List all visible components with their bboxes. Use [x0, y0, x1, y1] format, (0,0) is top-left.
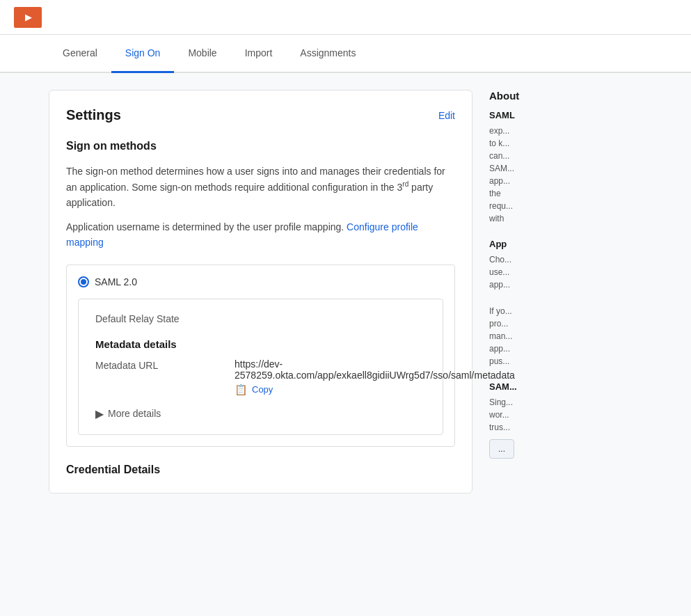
tab-sign-on[interactable]: Sign On [111, 35, 175, 73]
aside-saml-section: SAML exp...to k...can...SAM...app...ther… [489, 110, 642, 225]
tab-assignments[interactable]: Assignments [286, 35, 370, 73]
saml-inner-panel: Default Relay State Metadata details Met… [78, 299, 443, 435]
saml-radio-label: SAML 2.0 [95, 276, 137, 287]
logo-text: ▶ [25, 13, 31, 22]
settings-title: Settings [66, 107, 121, 123]
aside-saml2-section: SAM... Sing...wor...trus... ... [489, 381, 642, 459]
aside-app-title: App [489, 239, 642, 249]
aside-saml2-title: SAM... [489, 381, 642, 392]
saml-radio-button[interactable] [78, 276, 89, 287]
aside-if-section: If yo...pro...man...app...pus... [489, 305, 642, 368]
saml-section: SAML 2.0 Default Relay State Metadata de… [66, 264, 455, 447]
aside-app-section: App Cho...use...app... [489, 239, 642, 291]
default-relay-state-label: Default Relay State [95, 313, 426, 324]
main-panel: Settings Edit Sign on methods The sign-o… [49, 90, 472, 493]
sign-on-description-2: Application username is determined by th… [66, 219, 455, 251]
copy-icon: 📋 [235, 384, 248, 396]
edit-button[interactable]: Edit [438, 110, 455, 121]
aside-panel: About SAML exp...to k...can...SAM...app.… [489, 90, 642, 493]
aside-title: About [489, 90, 642, 102]
credential-details-title: Credential Details [66, 464, 455, 476]
more-details-label: More details [108, 408, 161, 419]
sign-on-description-1: The sign-on method determines how a user… [66, 164, 455, 211]
metadata-url-row: Metadata URL https://dev-2578259.okta.co… [95, 358, 426, 396]
more-details-chevron-icon: ▶ [95, 407, 104, 420]
tab-import[interactable]: Import [231, 35, 287, 73]
aside-saml-title: SAML [489, 110, 642, 120]
metadata-url-label: Metadata URL [95, 358, 235, 396]
tab-mobile[interactable]: Mobile [174, 35, 230, 73]
sign-on-methods-title: Sign on methods [66, 140, 455, 152]
aside-app-text: Cho...use...app... [489, 253, 642, 291]
top-navigation: ▶ [0, 0, 691, 35]
settings-header: Settings Edit [66, 107, 455, 123]
aside-action-button[interactable]: ... [489, 439, 514, 459]
metadata-section: Metadata details Metadata URL https://de… [95, 338, 426, 396]
aside-saml-text: exp...to k...can...SAM...app...therequ..… [489, 125, 642, 225]
copy-metadata-url-button[interactable]: 📋 Copy [235, 384, 273, 396]
more-details-row[interactable]: ▶ More details [95, 407, 426, 420]
tabs-navigation: General Sign On Mobile Import Assignment… [0, 35, 691, 73]
metadata-url-value: https://dev-2578259.okta.com/app/exkaell… [235, 358, 515, 396]
aside-if-text: If yo...pro...man...app...pus... [489, 305, 642, 368]
metadata-section-title: Metadata details [95, 338, 426, 350]
settings-card: Settings Edit Sign on methods The sign-o… [49, 90, 472, 493]
copy-label: Copy [252, 384, 273, 395]
page-content: Settings Edit Sign on methods The sign-o… [0, 73, 691, 510]
sign-on-methods-section: Sign on methods The sign-on method deter… [66, 140, 455, 251]
tab-general[interactable]: General [49, 35, 111, 73]
saml-radio-row[interactable]: SAML 2.0 [78, 276, 443, 287]
aside-saml2-text: Sing...wor...trus... [489, 396, 642, 434]
okta-logo: ▶ [14, 7, 42, 28]
